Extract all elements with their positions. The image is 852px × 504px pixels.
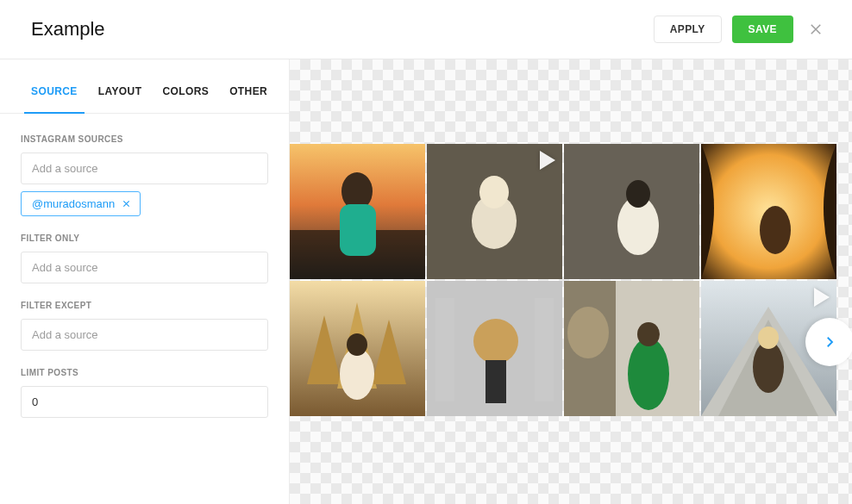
grid-tile[interactable] [427, 144, 562, 279]
next-button[interactable] [805, 318, 852, 366]
save-button[interactable]: SAVE [732, 16, 793, 43]
image-grid [290, 144, 836, 416]
svg-point-7 [479, 176, 509, 208]
tab-layout[interactable]: LAYOUT [98, 85, 142, 113]
preview-area [290, 59, 852, 504]
play-icon [540, 151, 555, 170]
grid-tile[interactable] [290, 281, 425, 416]
svg-point-35 [758, 327, 779, 349]
page-title: Example [31, 18, 105, 40]
source-chip[interactable]: @muradosmann [21, 191, 141, 216]
filter-except-input[interactable] [21, 319, 268, 351]
svg-rect-25 [486, 360, 506, 403]
close-icon[interactable] [804, 17, 828, 41]
grid-tile[interactable] [564, 144, 699, 279]
svg-point-19 [347, 333, 367, 356]
apply-button[interactable]: APPLY [654, 16, 722, 43]
instagram-sources-input[interactable] [21, 152, 268, 184]
tab-other[interactable]: OTHER [229, 85, 267, 113]
filter-only-input[interactable] [21, 252, 268, 283]
svg-rect-3 [340, 204, 376, 256]
tabs: SOURCE LAYOUT COLORS OTHER [0, 59, 289, 114]
limit-posts-input[interactable] [21, 386, 268, 418]
svg-rect-23 [535, 298, 554, 401]
filter-except-label: FILTER EXCEPT [21, 301, 268, 310]
filter-only-label: FILTER ONLY [21, 233, 268, 243]
limit-posts-label: LIMIT POSTS [21, 368, 268, 377]
sidebar: SOURCE LAYOUT COLORS OTHER INSTAGRAM SOU… [0, 59, 290, 504]
svg-rect-22 [435, 298, 454, 401]
svg-point-30 [637, 322, 660, 346]
svg-point-11 [626, 180, 650, 208]
grid-tile[interactable] [701, 144, 836, 279]
chip-remove-icon[interactable] [122, 199, 131, 208]
svg-point-29 [628, 338, 669, 410]
source-chip-label: @muradosmann [32, 197, 115, 210]
play-icon [814, 288, 830, 307]
tab-source[interactable]: SOURCE [31, 85, 78, 113]
svg-point-28 [567, 307, 609, 358]
instagram-sources-label: INSTAGRAM SOURCES [21, 134, 268, 144]
grid-tile[interactable] [564, 281, 699, 416]
grid-tile[interactable] [427, 281, 562, 416]
tab-colors[interactable]: COLORS [162, 85, 209, 113]
svg-point-24 [473, 319, 518, 364]
grid-tile[interactable] [290, 144, 425, 279]
svg-point-13 [760, 206, 791, 254]
